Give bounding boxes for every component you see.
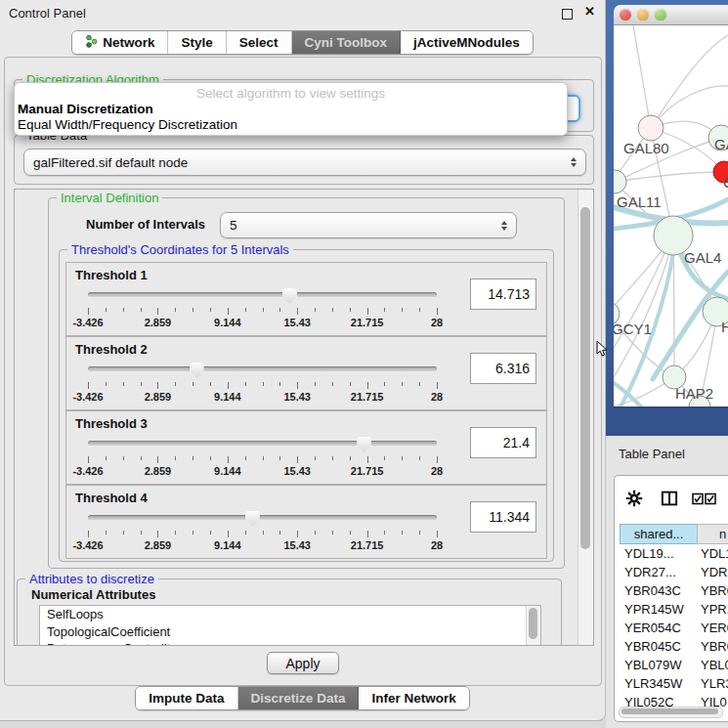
table-row[interactable]: YBL079WYBL0 (615, 656, 728, 674)
table-row[interactable]: YDR27...YDR2 (615, 563, 728, 581)
table-row[interactable]: YER054CYER0 (615, 619, 728, 637)
bottom-tab-bar: Impute DataDiscretize DataInfer Network (0, 686, 605, 710)
threshold-value-field[interactable]: 14.713 (470, 278, 536, 310)
network-canvas[interactable]: GAL80GACGAL11GAL4GCY1HHAP2 (614, 25, 728, 408)
number-of-intervals-select[interactable]: 5 (220, 212, 517, 238)
slider-track[interactable] (88, 366, 437, 371)
attribute-item[interactable]: SelfLoops (40, 606, 540, 623)
tick-mark (141, 456, 142, 460)
tick-mark (245, 456, 246, 460)
gear-icon[interactable] (623, 488, 645, 509)
tick-mark (123, 308, 124, 312)
threshold-slider[interactable]: -3.4262.8599.14415.4321.71528 (88, 288, 437, 331)
table-row[interactable]: YLR345WYLR3 (615, 674, 728, 693)
screen: Control Panel ✕ NetworkStyleSelectCyni T… (0, 0, 728, 728)
tab-jactivemnodules[interactable]: jActiveMNodules (401, 31, 533, 54)
network-node[interactable] (614, 170, 626, 193)
cell-name: YBR0 (701, 581, 728, 600)
threshold-slider[interactable]: -3.4262.8599.14415.4321.71528 (88, 363, 437, 406)
table-data-select[interactable]: galFiltered.sif default node (23, 149, 586, 176)
threshold-value-field[interactable]: 11.344 (470, 501, 536, 533)
cell-name: YBL0 (701, 656, 728, 674)
tick-mark (123, 456, 124, 460)
tick-mark (141, 382, 142, 386)
tab-network[interactable]: Network (72, 31, 168, 54)
tick-label: -3.426 (72, 465, 103, 477)
column-header-shared[interactable]: shared... (620, 524, 698, 544)
table-row[interactable]: YPR145WYPR1 (615, 600, 728, 619)
column-header-name[interactable]: n (697, 524, 728, 544)
threshold-value-field[interactable]: 6.316 (470, 353, 536, 384)
cyni-toolbox-panel: Discretization Algorithm Select algorith… (4, 57, 602, 686)
tick-mark (367, 456, 368, 463)
mode-tab-impute-data[interactable]: Impute Data (136, 687, 237, 709)
float-window-icon[interactable] (562, 9, 573, 20)
close-icon[interactable]: ✕ (584, 4, 595, 19)
mode-tab-infer-network[interactable]: Infer Network (359, 687, 468, 709)
table-row[interactable]: YIL052CYIL0 (615, 693, 728, 707)
tick-mark (437, 308, 438, 315)
interval-definition-label: Interval Definition (57, 191, 162, 205)
threshold-slider[interactable]: -3.4262.8599.14415.4321.71528 (88, 437, 437, 480)
cell-name: YER0 (701, 619, 728, 637)
number-of-intervals-value: 5 (221, 218, 496, 233)
table-row[interactable]: YBR045CYBR0 (615, 637, 728, 656)
close-traffic-light-icon[interactable] (620, 9, 631, 21)
settings-vertical-scrollbar[interactable] (578, 190, 593, 645)
attribute-item[interactable]: BetweennessCentrality (40, 640, 540, 646)
select-columns-checkboxes-icon[interactable] (691, 488, 718, 509)
tick-label: 28 (431, 539, 443, 551)
apply-button[interactable]: Apply (267, 652, 339, 674)
tick-mark (175, 531, 176, 535)
tick-mark (384, 456, 385, 460)
cell-name: YIL0 (701, 693, 728, 707)
table-row[interactable]: YDL19...YDL1 (615, 544, 728, 563)
table-row[interactable]: YBR043CYBR0 (615, 581, 728, 600)
slider-track[interactable] (88, 292, 437, 297)
slider-handle[interactable] (282, 288, 297, 304)
slider-track[interactable] (88, 441, 437, 446)
tick-label: 2.859 (145, 465, 172, 477)
tick-mark (315, 531, 316, 535)
tick-label: 21.715 (351, 539, 384, 551)
zoom-traffic-light-icon[interactable] (655, 9, 666, 21)
tick-mark (175, 308, 176, 312)
cell-shared-name: YDL19... (624, 544, 695, 563)
network-node-label: GAL4 (684, 249, 721, 266)
tab-cyni-toolbox[interactable]: Cyni Toolbox (292, 31, 402, 54)
attributes-scrollbar[interactable] (526, 606, 540, 646)
control-panel-titlebar: Control Panel ✕ (0, 0, 605, 25)
minimize-traffic-light-icon[interactable] (637, 9, 649, 21)
slider-handle[interactable] (190, 363, 204, 378)
network-node-label: C (723, 174, 728, 191)
network-edge (673, 236, 674, 375)
network-node[interactable] (638, 115, 664, 141)
thresholds-group-label: Threshold's Coordinates for 5 Intervals (67, 242, 293, 257)
cell-shared-name: YDR27... (624, 563, 695, 581)
tick-mark (228, 531, 229, 537)
table-horizontal-scrollbar[interactable] (619, 707, 723, 718)
tab-style[interactable]: Style (168, 31, 226, 54)
slider-handle[interactable] (357, 437, 371, 452)
network-edge (615, 172, 722, 182)
network-node-label: HAP2 (675, 385, 713, 402)
threshold-value-field[interactable]: 21.4 (470, 427, 536, 458)
tick-mark (141, 308, 142, 312)
tick-mark (228, 308, 229, 315)
tick-mark (279, 531, 280, 535)
slider-handle[interactable] (245, 511, 260, 527)
columns-icon[interactable] (659, 488, 680, 509)
algorithm-option-manual[interactable]: Manual Discretization (18, 102, 564, 117)
threshold-slider[interactable]: -3.4262.8599.14415.4321.71528 (88, 511, 437, 554)
mode-tab-discretize-data[interactable]: Discretize Data (238, 687, 360, 709)
slider-track[interactable] (88, 515, 437, 520)
tab-select[interactable]: Select (227, 31, 292, 54)
tick-label: 21.715 (351, 317, 384, 328)
tick-mark (106, 531, 107, 535)
tick-mark (402, 456, 403, 460)
tick-mark (175, 382, 176, 386)
tick-label: 2.859 (145, 391, 172, 403)
cell-shared-name: YIL052C (624, 693, 695, 707)
attribute-item[interactable]: TopologicalCoefficient (40, 623, 540, 641)
algorithm-option-equal-width[interactable]: Equal Width/Frequency Discretization (18, 117, 564, 133)
